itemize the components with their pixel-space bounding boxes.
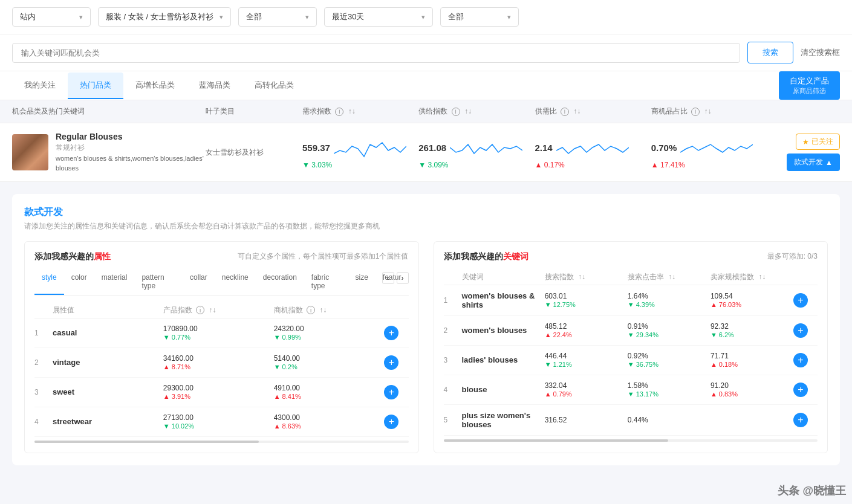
attr-col-merch: 商机指数 i ↑↓: [274, 305, 385, 315]
clear-button[interactable]: 清空搜索框: [801, 47, 840, 58]
kw-seller-sort[interactable]: ↑↓: [758, 273, 766, 281]
kw-search-sort[interactable]: ↑↓: [578, 273, 585, 281]
scope-filter[interactable]: 全部 ▾: [238, 7, 317, 27]
ratio-sort-icon[interactable]: ↑↓: [573, 107, 580, 115]
merch-idx-sort[interactable]: ↑↓: [319, 306, 327, 314]
custom-product-button[interactable]: 自定义产品 原商品筛选: [779, 71, 840, 100]
tabs-row: 我的关注 热门品类 高增长品类 蓝海品类 高转化品类 自定义产品 原商品筛选: [0, 71, 852, 100]
tab-hot-category[interactable]: 热门品类: [68, 73, 123, 99]
kw-row-click: 0.44%: [628, 416, 711, 424]
attr-tab-style[interactable]: style: [34, 270, 64, 295]
kw-row-search: 446.44▼ 1.21%: [545, 352, 628, 369]
prod-idx-info[interactable]: i: [196, 306, 204, 314]
attr-tab-fabric[interactable]: fabric type: [304, 270, 348, 295]
attr-row-merch-change: ▲ 8.63%: [274, 422, 301, 430]
kw-click-change: ▼ 4.39%: [628, 301, 655, 308]
attr-row-merch-idx: 4300.00 ▲ 8.63%: [274, 413, 385, 430]
category-filter-label: 服装 / 女装 / 女士雪纺衫及衬衫: [106, 11, 213, 22]
kw-row-num: 4: [444, 386, 462, 394]
develop-panels: 添加我感兴趣的属性 可自定义多个属性，每个属性项可最多添加1个属性值 style…: [24, 241, 828, 453]
attr-table-header: 属性值 产品指数 i ↑↓ 商机指数 i ↑↓: [34, 303, 409, 318]
tab-high-conversion[interactable]: 高转化品类: [242, 73, 306, 99]
merchant-chart: [680, 135, 753, 160]
kw-click-sort[interactable]: ↑↓: [668, 273, 675, 281]
kw-row-search: 332.04▲ 0.79%: [545, 381, 628, 398]
attr-row-num: 1: [34, 329, 53, 337]
search-button[interactable]: 搜索: [747, 42, 793, 63]
keywords-panel: 添加我感兴趣的关键词 最多可添加: 0/3 关键词 搜索指数 ↑↓ 搜索点击率 …: [434, 241, 828, 453]
attr-row-merch-idx: 24320.00 ▼ 0.99%: [274, 325, 385, 341]
product-image: [12, 134, 48, 170]
demand-metric: 559.37 ▼ 3.03%: [302, 135, 418, 169]
merchant-sort-icon[interactable]: ↑↓: [704, 107, 711, 115]
kw-seller-change: ▲ 76.03%: [711, 301, 741, 308]
merchant-info-icon[interactable]: i: [691, 108, 700, 116]
prod-idx-sort[interactable]: ↑↓: [209, 306, 216, 314]
extra-filter[interactable]: 全部 ▾: [440, 7, 519, 27]
category-filter[interactable]: 服装 / 女装 / 女士雪纺衫及衬衫 ▾: [98, 7, 231, 27]
attr-add-button[interactable]: +: [384, 326, 398, 340]
attr-tab-neckline[interactable]: neckline: [215, 270, 256, 295]
top-filters: 站内 ▾ 服装 / 女装 / 女士雪纺衫及衬衫 ▾ 全部 ▾ 最近30天 ▾ 全…: [0, 0, 852, 34]
attr-panel-header: 添加我感兴趣的属性 可自定义多个属性，每个属性项可最多添加1个属性值: [34, 251, 409, 262]
attr-row-num: 3: [34, 388, 53, 396]
kw-scrollbar[interactable]: [444, 439, 818, 442]
attr-tab-material[interactable]: material: [94, 270, 135, 295]
attr-tab-color[interactable]: color: [64, 270, 94, 295]
kw-row-seller: 91.20▲ 0.83%: [711, 381, 793, 398]
search-input[interactable]: [12, 43, 740, 63]
attr-row-prod-change: ▼ 0.77%: [163, 334, 190, 341]
merch-idx-info[interactable]: i: [307, 306, 315, 314]
develop-button[interactable]: 款式开发 ▲: [787, 153, 840, 171]
attributes-panel: 添加我感兴趣的属性 可自定义多个属性，每个属性项可最多添加1个属性值 style…: [24, 241, 419, 453]
ratio-info-icon[interactable]: i: [561, 108, 569, 116]
scope-filter-chevron: ▾: [305, 13, 309, 21]
develop-section-title: 款式开发: [24, 207, 63, 217]
period-filter[interactable]: 最近30天 ▾: [324, 7, 433, 27]
kw-add-button[interactable]: +: [793, 353, 808, 367]
follow-button[interactable]: ★ 已关注: [796, 134, 840, 150]
tab-high-growth[interactable]: 高增长品类: [123, 73, 187, 99]
attr-row-merch-change: ▼ 0.2%: [274, 363, 298, 370]
demand-info-icon[interactable]: i: [335, 108, 343, 116]
kw-seller-change: ▲ 0.83%: [711, 390, 738, 398]
attr-tab-decoration[interactable]: decoration: [256, 270, 304, 295]
kw-panel-max: 最多可添加: 0/3: [767, 251, 818, 262]
attr-row-prod-idx: 170890.00 ▼ 0.77%: [163, 325, 274, 341]
kw-row-name: ladies' blouses: [462, 355, 545, 364]
product-info: Regular Blouses 常规衬衫 women's blouses & s…: [12, 132, 206, 173]
attr-row: 2 vintage 34160.00 ▲ 8.71% 5140.00 ▼ 0.2…: [34, 348, 409, 378]
supply-info-icon[interactable]: i: [452, 108, 460, 116]
scope-filter-label: 全部: [246, 11, 262, 22]
attr-tab-pattern[interactable]: pattern type: [134, 270, 183, 295]
tab-blue-ocean[interactable]: 蓝海品类: [187, 73, 242, 99]
attr-row: 4 streetwear 27130.00 ▼ 10.02% 4300.00 ▲…: [34, 407, 409, 437]
tab-my-follow[interactable]: 我的关注: [12, 73, 68, 99]
extra-filter-label: 全部: [448, 11, 464, 22]
attr-add-button[interactable]: +: [384, 355, 398, 370]
kw-add-button[interactable]: +: [793, 413, 808, 427]
merchant-metric: 0.70% ▲ 17.41%: [651, 135, 767, 169]
col-leaf-cat: 叶子类目: [206, 106, 302, 117]
supply-sort-icon[interactable]: ↑↓: [464, 107, 472, 115]
attr-add-button[interactable]: +: [384, 415, 398, 429]
attr-scrollbar[interactable]: [34, 441, 409, 443]
attr-row-prod-idx: 34160.00 ▲ 8.71%: [163, 354, 274, 371]
kw-add-button[interactable]: +: [793, 323, 808, 338]
attr-row-num: 2: [34, 358, 53, 367]
attr-tab-collar[interactable]: collar: [183, 270, 215, 295]
kw-add-button[interactable]: +: [793, 383, 808, 397]
kw-add-button[interactable]: +: [793, 293, 808, 308]
site-filter[interactable]: 站内 ▾: [12, 7, 91, 27]
merchant-change: ▲ 17.41%: [651, 161, 767, 169]
kw-click-change: ▼ 36.75%: [628, 361, 659, 368]
attr-tab-size[interactable]: size: [348, 270, 375, 295]
demand-sort-icon[interactable]: ↑↓: [348, 107, 356, 115]
kw-row: 5 plus size women's blouses 316.52 0.44%…: [444, 405, 818, 436]
attr-nav-next[interactable]: ›: [397, 272, 409, 284]
attr-nav-prev[interactable]: ‹: [382, 272, 394, 284]
action-buttons: ★ 已关注 款式开发 ▲: [767, 134, 840, 171]
kw-panel-title: 添加我感兴趣的关键词: [444, 251, 528, 262]
attr-add-button[interactable]: +: [384, 385, 398, 399]
develop-arrow-icon: ▲: [825, 158, 833, 167]
